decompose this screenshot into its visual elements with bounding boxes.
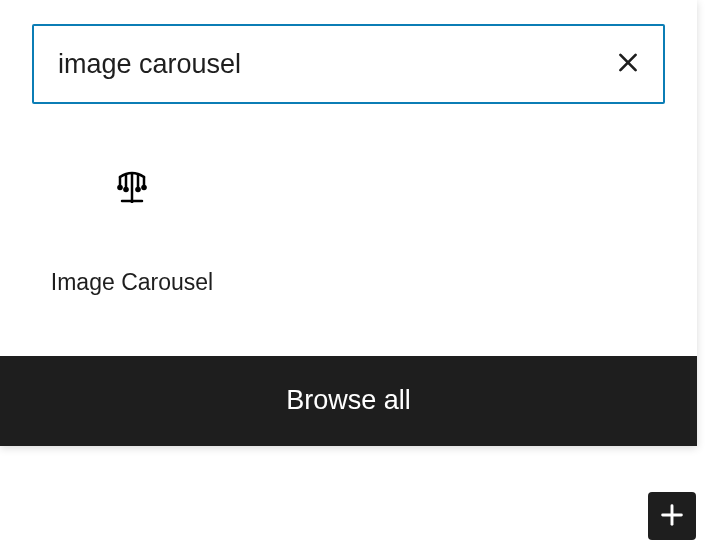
- svg-point-11: [141, 185, 147, 191]
- search-input[interactable]: [32, 24, 665, 104]
- svg-point-5: [117, 185, 123, 191]
- search-wrapper: [0, 0, 697, 120]
- browse-all-label: Browse all: [286, 385, 411, 416]
- search-results: Image Carousel: [0, 120, 697, 356]
- browse-all-button[interactable]: Browse all: [0, 356, 697, 446]
- clear-search-button[interactable]: [607, 42, 649, 87]
- plus-icon: [658, 501, 686, 532]
- carousel-icon: [112, 168, 152, 208]
- search-container: [32, 24, 665, 104]
- svg-point-9: [135, 187, 141, 193]
- svg-point-7: [123, 187, 129, 193]
- add-block-button[interactable]: [648, 492, 696, 540]
- block-item-image-carousel[interactable]: Image Carousel: [32, 160, 232, 306]
- block-inserter-panel: Image Carousel Browse all: [0, 0, 697, 446]
- close-icon: [615, 50, 641, 79]
- block-item-label: Image Carousel: [51, 268, 213, 298]
